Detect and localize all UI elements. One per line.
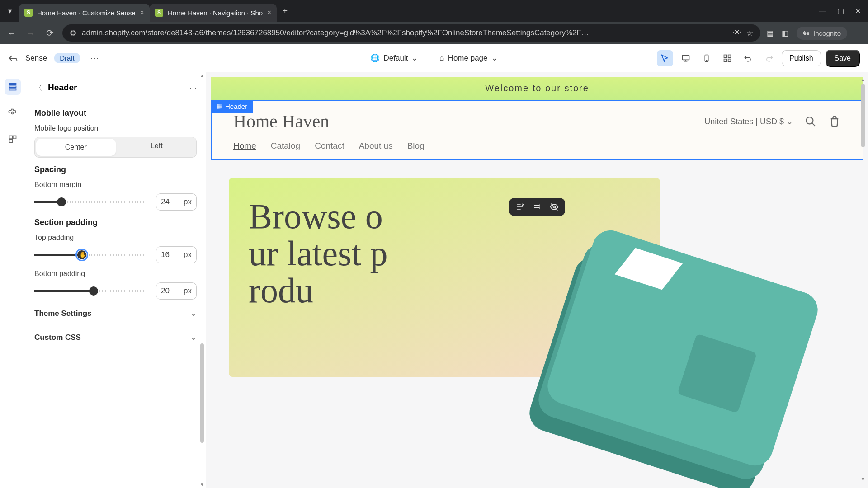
close-window-icon[interactable]: ✕ <box>855 7 861 15</box>
theme-settings-icon[interactable] <box>5 105 21 121</box>
unit-label: px <box>184 250 192 259</box>
top-padding-slider[interactable] <box>34 254 148 256</box>
nav-link-about[interactable]: About us <box>359 141 393 151</box>
bottom-margin-input[interactable]: 24 px <box>156 193 197 211</box>
fullscreen-view-icon[interactable] <box>719 50 736 66</box>
save-button[interactable]: Save <box>826 50 860 67</box>
svg-rect-5 <box>724 59 727 61</box>
section-padding-heading: Section padding <box>34 218 197 227</box>
eye-off-icon[interactable]: 👁 <box>733 28 741 38</box>
mobile-logo-position-segmented: Center Left <box>34 137 197 158</box>
shopify-favicon: S <box>24 9 33 17</box>
nav-link-catalog[interactable]: Catalog <box>271 141 301 151</box>
duplicate-section-icon[interactable] <box>533 202 542 211</box>
sidebar-more-icon[interactable]: ⋯ <box>189 84 197 92</box>
back-button[interactable]: ← <box>5 28 18 38</box>
forward-button[interactable]: → <box>24 28 37 38</box>
nav-link-blog[interactable]: Blog <box>407 141 425 151</box>
side-panel-icon[interactable]: ◧ <box>782 29 788 38</box>
nav-link-contact[interactable]: Contact <box>315 141 344 151</box>
app-embeds-icon[interactable] <box>5 131 21 147</box>
sidebar-scrollbar[interactable]: ▲ ▼ <box>199 72 205 488</box>
nav-link-home[interactable]: Home <box>233 141 256 151</box>
bottom-padding-slider[interactable] <box>34 290 148 292</box>
svg-rect-3 <box>724 55 727 57</box>
store-name[interactable]: Home Haven <box>233 111 329 132</box>
theme-settings-collapse[interactable]: Theme Settings ⌄ <box>34 301 197 325</box>
custom-css-collapse[interactable]: Custom CSS ⌄ <box>34 325 197 349</box>
svg-rect-6 <box>728 59 731 61</box>
edit-section-icon[interactable] <box>515 202 524 211</box>
slider-thumb[interactable] <box>89 286 98 296</box>
locale-selector[interactable]: United States | USD $ ⌄ <box>704 117 793 127</box>
top-padding-input[interactable]: 16 px <box>156 246 197 263</box>
desktop-view-icon[interactable] <box>678 50 694 66</box>
chevron-down-icon: ⌄ <box>411 53 418 63</box>
chevron-down-icon: ⌄ <box>190 309 197 318</box>
seg-option-left[interactable]: Left <box>117 137 197 157</box>
svg-rect-0 <box>683 55 689 60</box>
sidebar-title: Header <box>48 83 77 93</box>
svg-rect-4 <box>728 55 731 57</box>
svg-point-2 <box>706 60 707 61</box>
back-icon[interactable]: 〈 <box>34 82 42 93</box>
svg-rect-9 <box>9 89 16 90</box>
browser-tab[interactable]: S Home Haven · Customize Sense × <box>19 4 150 22</box>
page-selector[interactable]: ⌂ Home page ⌄ <box>435 51 502 66</box>
incognito-label: Incognito <box>813 29 841 37</box>
announcement-bar[interactable]: Welcome to our store <box>211 77 863 100</box>
canvas-scrollbar[interactable]: ▲ ▼ <box>860 77 866 483</box>
template-selector[interactable]: 🌐 Default ⌄ <box>366 51 422 66</box>
bottom-padding-input[interactable]: 20 px <box>156 282 197 300</box>
template-selector-label: Default <box>383 54 408 63</box>
undo-icon[interactable] <box>740 50 756 66</box>
exit-editor-icon[interactable] <box>8 53 18 63</box>
preview-canvas: Welcome to our store ▦ Header Home Haven… <box>206 72 868 488</box>
bookmark-star-icon[interactable]: ☆ <box>746 28 753 38</box>
hide-section-icon[interactable] <box>550 202 559 211</box>
unit-label: px <box>184 286 192 296</box>
svg-point-14 <box>806 117 813 124</box>
bottom-padding-label: Bottom padding <box>34 270 197 278</box>
maximize-icon[interactable]: ▢ <box>837 7 844 15</box>
scrollbar-thumb[interactable] <box>200 343 204 443</box>
cart-icon[interactable] <box>828 115 841 128</box>
slider-thumb[interactable] <box>77 250 86 259</box>
close-icon[interactable]: × <box>267 9 271 17</box>
shopify-favicon: S <box>155 9 163 17</box>
home-icon: ⌂ <box>439 54 444 63</box>
section-tag-label: Header <box>225 103 247 110</box>
reload-button[interactable]: ⟳ <box>43 28 56 38</box>
svg-rect-11 <box>9 136 12 139</box>
browser-tab[interactable]: S Home Haven · Navigation · Sho × <box>150 4 277 22</box>
sections-panel-icon[interactable] <box>5 79 21 95</box>
tab-search-dropdown[interactable]: ▾ <box>4 5 16 17</box>
mobile-view-icon[interactable] <box>698 50 715 66</box>
more-actions-icon[interactable]: ⋯ <box>87 53 102 64</box>
theme-settings-label: Theme Settings <box>34 309 92 318</box>
url-text: admin.shopify.com/store/de8143-a6/themes… <box>82 28 728 38</box>
scrollbar-thumb[interactable] <box>861 84 865 147</box>
status-badge: Draft <box>54 53 80 63</box>
inspector-mode-icon[interactable] <box>657 50 673 66</box>
mobile-layout-heading: Mobile layout <box>34 108 197 118</box>
section-icon: ▦ <box>216 102 222 110</box>
redo-icon[interactable] <box>761 50 777 66</box>
address-bar[interactable]: ⚙ admin.shopify.com/store/de8143-a6/them… <box>62 24 760 42</box>
seg-option-center[interactable]: Center <box>36 139 116 156</box>
bottom-margin-slider[interactable] <box>34 201 148 203</box>
search-icon[interactable] <box>805 116 816 127</box>
spacing-heading: Spacing <box>34 165 197 174</box>
chevron-down-icon: ⌄ <box>190 333 197 342</box>
site-info-icon[interactable]: ⚙ <box>70 28 76 38</box>
incognito-icon: 🕶 <box>803 29 810 37</box>
publish-button[interactable]: Publish <box>782 50 821 66</box>
tab-title: Home Haven · Customize Sense <box>37 9 136 17</box>
close-icon[interactable]: × <box>140 9 144 17</box>
new-tab-button[interactable]: + <box>277 6 293 16</box>
minimize-icon[interactable]: — <box>819 7 826 15</box>
reading-list-icon[interactable]: ▤ <box>767 29 774 38</box>
header-section-selected[interactable]: ▦ Header Home Haven United States | USD … <box>211 100 863 160</box>
browser-menu-icon[interactable]: ⋮ <box>855 29 863 38</box>
slider-thumb[interactable] <box>57 197 66 206</box>
